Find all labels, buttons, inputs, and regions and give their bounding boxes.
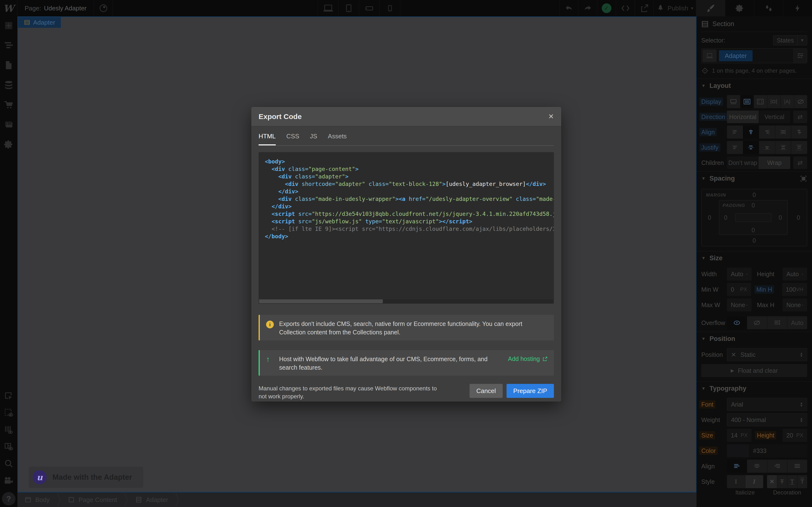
align-start-icon[interactable]	[727, 125, 743, 138]
cms-button[interactable]	[3, 80, 14, 90]
line-height-input[interactable]: 20PX	[782, 429, 807, 442]
class-chip[interactable]: Adapter	[719, 50, 753, 61]
margin-bottom-value[interactable]: 0	[753, 237, 756, 244]
class-selector-input[interactable]: Adapter	[701, 48, 807, 63]
padding-left-value[interactable]: 0	[724, 214, 727, 221]
margin-top-value[interactable]: 0	[753, 191, 756, 199]
export-code-button[interactable]	[616, 0, 635, 16]
edit-mode-button[interactable]	[3, 407, 14, 418]
width-input[interactable]: Auto-	[727, 268, 752, 281]
redo-button[interactable]	[578, 0, 597, 16]
spacing-section-header[interactable]: ▼ Spacing	[697, 171, 812, 185]
justify-center-icon[interactable]	[743, 141, 759, 154]
overflow-hidden-eye-slash-icon[interactable]	[747, 316, 767, 329]
weight-dropdown[interactable]: 400 - Normal ▲▼	[727, 413, 807, 427]
made-with-adapter-badge[interactable]: u Made with the Adapter	[29, 467, 143, 488]
align-left-icon[interactable]	[727, 460, 747, 473]
padding-top-value[interactable]: 0	[752, 202, 755, 209]
breadcrumb-page-content[interactable]: Page Content	[61, 493, 124, 507]
justify-space-between-icon[interactable]	[775, 141, 792, 154]
min-h-input[interactable]: 100VH	[782, 283, 807, 296]
max-h-input[interactable]: None-	[782, 298, 807, 312]
font-dropdown[interactable]: Arial ▲▼	[727, 398, 807, 411]
italic-on-icon[interactable]: I	[745, 475, 763, 488]
reverse-icon[interactable]: ⇄	[793, 157, 807, 169]
display-none-icon[interactable]	[794, 95, 807, 108]
class-list-icon[interactable]	[794, 49, 807, 63]
states-dropdown[interactable]: States ▼	[773, 35, 807, 45]
settings-button[interactable]	[3, 139, 14, 150]
overflow-visible-eye-icon[interactable]	[727, 316, 747, 329]
publish-button[interactable]: Publish ▾	[654, 0, 696, 16]
preview-toggle[interactable]	[94, 0, 113, 16]
ecommerce-button[interactable]	[3, 100, 14, 110]
breakpoint-phone[interactable]	[379, 0, 400, 16]
display-inline-icon[interactable]: |A|	[780, 95, 794, 108]
tab-html[interactable]: HTML	[259, 132, 276, 145]
add-element-button[interactable]	[3, 20, 14, 31]
align-center-icon[interactable]	[743, 125, 759, 138]
height-input[interactable]: Auto-	[782, 268, 807, 281]
guides-button[interactable]	[3, 425, 14, 435]
overline-icon[interactable]: T	[797, 475, 807, 488]
help-button[interactable]: ?	[2, 492, 15, 506]
max-w-input[interactable]: None-	[727, 298, 752, 312]
decoration-none-icon[interactable]: ✕	[767, 475, 777, 488]
scrollbar-thumb[interactable]	[259, 299, 383, 303]
animations-panel-toggle[interactable]	[783, 0, 812, 16]
margin-left-value[interactable]: 0	[708, 214, 711, 221]
position-section-header[interactable]: ▼ Position	[697, 332, 812, 346]
add-hosting-link[interactable]: Add hosting	[508, 355, 548, 362]
position-dropdown[interactable]: ✕ Static ▲▼	[727, 348, 807, 361]
spacing-settings-icon[interactable]	[800, 175, 807, 182]
underline-icon[interactable]: T	[788, 475, 798, 488]
justify-end-icon[interactable]	[759, 141, 775, 154]
display-grid-icon[interactable]	[754, 95, 767, 108]
overflow-auto[interactable]: Auto	[788, 316, 807, 329]
close-icon[interactable]: ✕	[548, 113, 554, 120]
undo-button[interactable]	[559, 0, 578, 16]
align-stretch-icon[interactable]	[775, 125, 792, 138]
layouts-button[interactable]	[3, 441, 14, 452]
interactions-panel-toggle[interactable]	[754, 0, 783, 16]
overflow-scroll-icon[interactable]	[767, 316, 788, 329]
prepare-zip-button[interactable]: Prepare ZIP	[507, 384, 554, 398]
breakpoint-tablet[interactable]	[339, 0, 359, 16]
breadcrumb-adapter[interactable]: Adapter	[128, 493, 175, 507]
align-right-icon[interactable]	[767, 460, 788, 473]
strikethrough-icon[interactable]: T	[777, 475, 788, 488]
horizontal-scrollbar[interactable]	[259, 299, 553, 303]
breakpoint-desktop[interactable]	[318, 0, 339, 16]
tab-js[interactable]: JS	[310, 132, 317, 145]
selected-element-chip[interactable]: Adapter	[18, 17, 61, 28]
display-flex-icon[interactable]	[741, 95, 754, 108]
children-wrap[interactable]: Wrap	[759, 157, 790, 169]
color-swatch[interactable]	[727, 444, 748, 457]
tab-css[interactable]: CSS	[286, 132, 299, 145]
display-block-icon[interactable]	[727, 95, 741, 108]
display-inline-block-icon[interactable]	[767, 95, 781, 108]
float-and-clear-toggle[interactable]: ▶ Float and clear	[701, 364, 807, 377]
min-w-input[interactable]: 0PX	[727, 283, 751, 296]
padding-right-value[interactable]: 0	[779, 214, 782, 221]
align-end-icon[interactable]	[759, 125, 775, 138]
code-area[interactable]: <body> <div class="page-content"> <div c…	[259, 152, 554, 304]
share-button[interactable]	[635, 0, 654, 16]
color-input[interactable]: #333	[727, 444, 807, 457]
reverse-icon[interactable]: ⇄	[793, 111, 807, 123]
children-dont-wrap[interactable]: Don’t wrap	[727, 157, 759, 169]
pages-button[interactable]	[3, 60, 14, 70]
select-cursor-button[interactable]	[3, 391, 14, 401]
navigator-button[interactable]	[3, 40, 14, 51]
align-justify-icon[interactable]	[788, 460, 807, 473]
breakpoint-phone-landscape[interactable]	[359, 0, 379, 16]
margin-right-value[interactable]: 0	[797, 214, 800, 221]
justify-space-around-icon[interactable]	[791, 141, 807, 154]
direction-vertical[interactable]: Vertical	[759, 111, 790, 123]
italic-off-icon[interactable]: I	[727, 475, 745, 488]
breadcrumb-body[interactable]: Body	[17, 493, 57, 507]
size-section-header[interactable]: ▼ Size	[697, 251, 812, 265]
tab-assets[interactable]: Assets	[328, 132, 347, 145]
page-picker[interactable]: Page: Udesly Adapter	[17, 0, 94, 16]
webflow-logo[interactable]: W	[0, 0, 17, 16]
